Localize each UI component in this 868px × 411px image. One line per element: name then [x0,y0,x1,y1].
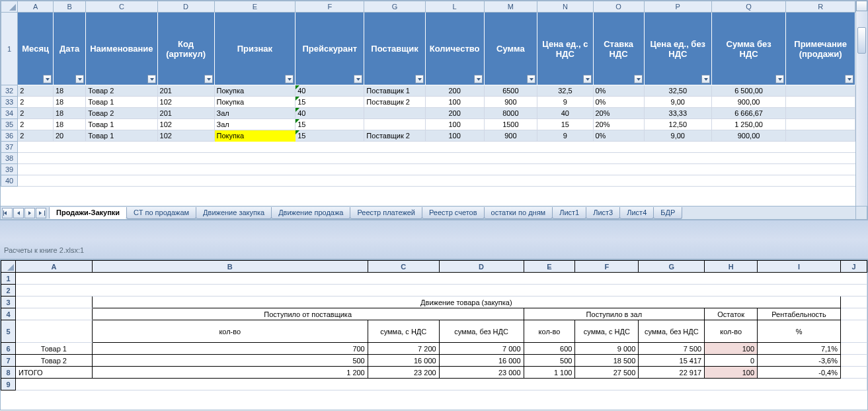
row-header[interactable]: 32 [1,85,18,97]
scroll-up-button[interactable] [856,1,867,11]
filter-dropdown-icon[interactable] [634,75,643,83]
data-cell[interactable]: Поставщик 2 [364,130,425,142]
data-cell[interactable]: 1 200 [92,367,368,379]
data-cell[interactable]: 20% [593,108,644,119]
data-cell[interactable]: 8000 [484,108,537,119]
data-cell[interactable]: 0% [593,97,644,108]
data-cell[interactable]: 7 000 [439,343,524,355]
sub-header[interactable]: кол-во [524,320,575,343]
rent-cell[interactable]: -3,6% [758,355,841,367]
table-header-cell[interactable]: Признак [214,13,296,85]
empty-cell[interactable] [840,297,867,308]
data-cell[interactable]: 9 [537,130,593,142]
data-cell[interactable]: 22 917 [639,367,705,379]
col-header[interactable]: E [524,261,575,273]
sheet-tab[interactable]: остатки по дням [484,207,553,219]
data-cell[interactable]: 20% [593,119,644,130]
table-header-cell[interactable]: Дата [53,13,85,85]
group-header[interactable]: Рентабельность [758,308,841,320]
row-name-cell[interactable]: Товар 2 [15,355,92,367]
empty-cell[interactable] [840,343,867,355]
row-header[interactable]: 37 [1,142,18,153]
data-cell[interactable]: Покупка [214,130,296,142]
table-header-cell[interactable]: Сумма без НДС [711,13,785,85]
col-header[interactable]: A [15,261,92,273]
row-header[interactable]: 33 [1,97,18,108]
col-header[interactable]: I [758,261,841,273]
data-cell[interactable]: 200 [425,108,484,119]
table-header-cell[interactable]: Цена ед., с НДС [537,13,593,85]
row-header[interactable]: 40 [1,175,18,187]
data-cell[interactable]: 0% [593,130,644,142]
data-cell[interactable]: 0% [593,85,644,97]
sub-header[interactable]: % [758,320,841,343]
table-header-cell[interactable]: Код (артикул) [157,13,214,85]
col-header[interactable]: G [639,261,705,273]
data-cell[interactable]: 33,33 [644,108,711,119]
table-header-cell[interactable]: Примечание (продажи) [786,13,855,85]
data-cell[interactable]: 201 [157,108,214,119]
data-cell[interactable]: 18 [53,108,85,119]
data-cell[interactable]: 900,00 [711,130,785,142]
data-cell[interactable] [364,108,425,119]
tab-nav-first-button[interactable] [2,208,13,218]
group-header[interactable]: Поступило от поставщика [92,308,524,320]
data-cell[interactable]: 7 500 [639,343,705,355]
col-header[interactable]: F [296,1,364,13]
select-all-corner[interactable] [1,261,16,273]
sheet-tab[interactable]: Лист3 [586,207,620,219]
filter-dropdown-icon[interactable] [285,75,294,83]
empty-cell[interactable] [840,355,867,367]
filter-dropdown-icon[interactable] [775,75,784,83]
data-cell[interactable]: 900,00 [711,97,785,108]
sheet-tab[interactable]: Движение продажа [271,207,350,219]
worksheet-grid-top[interactable]: A B C D E F G L M N O P Q R 1 Месяц Дата… [1,1,855,187]
row-header[interactable]: 4 [1,308,16,320]
data-cell[interactable]: 6 500,00 [711,85,785,97]
col-header[interactable]: Q [711,1,785,13]
filter-dropdown-icon[interactable] [415,75,424,83]
col-header[interactable]: N [537,1,593,13]
col-header[interactable]: E [214,1,296,13]
sheet-tab[interactable]: БДР [653,207,682,219]
empty-cell[interactable] [840,320,867,343]
data-cell[interactable]: 1 100 [524,367,575,379]
col-header[interactable]: G [364,1,425,13]
empty-cell[interactable] [15,320,92,343]
data-cell[interactable]: 23 000 [439,367,524,379]
data-cell[interactable]: 700 [92,343,368,355]
data-cell[interactable]: 15 [296,97,364,108]
data-cell[interactable]: 100 [425,97,484,108]
empty-cell[interactable] [15,297,92,308]
row-header[interactable]: 6 [1,343,16,355]
row-name-cell[interactable]: Товар 1 [15,343,92,355]
row-header[interactable]: 5 [1,320,16,343]
data-cell[interactable]: 9 [537,97,593,108]
table-header-cell[interactable]: Сумма [484,13,537,85]
row-header[interactable]: 3 [1,297,16,308]
col-header[interactable]: C [368,261,439,273]
table-header-cell[interactable]: Поставщик [364,13,425,85]
rent-cell[interactable]: 7,1% [758,343,841,355]
data-cell[interactable]: 15 [296,130,364,142]
tab-nav-last-button[interactable] [36,208,46,218]
empty-cell[interactable] [18,142,855,153]
table-header-cell[interactable]: Количество [425,13,484,85]
ostatok-cell[interactable]: 0 [705,355,758,367]
data-cell[interactable]: Зал [214,119,296,130]
data-cell[interactable]: 18 [53,97,85,108]
data-cell[interactable]: 15 417 [639,355,705,367]
table-header-cell[interactable]: Наименование [86,13,157,85]
tab-nav-prev-button[interactable] [13,208,24,218]
data-cell[interactable]: 900 [484,97,537,108]
data-cell[interactable]: Зал [214,108,296,119]
empty-cell[interactable] [18,164,855,175]
empty-cell[interactable] [15,379,867,390]
filter-dropdown-icon[interactable] [75,75,84,83]
sub-header[interactable]: кол-во [705,320,758,343]
data-cell[interactable]: 12,50 [644,119,711,130]
data-cell[interactable]: 100 [425,130,484,142]
filter-dropdown-icon[interactable] [845,75,853,83]
vertical-scrollbar[interactable] [855,1,867,206]
col-header[interactable]: L [425,1,484,13]
